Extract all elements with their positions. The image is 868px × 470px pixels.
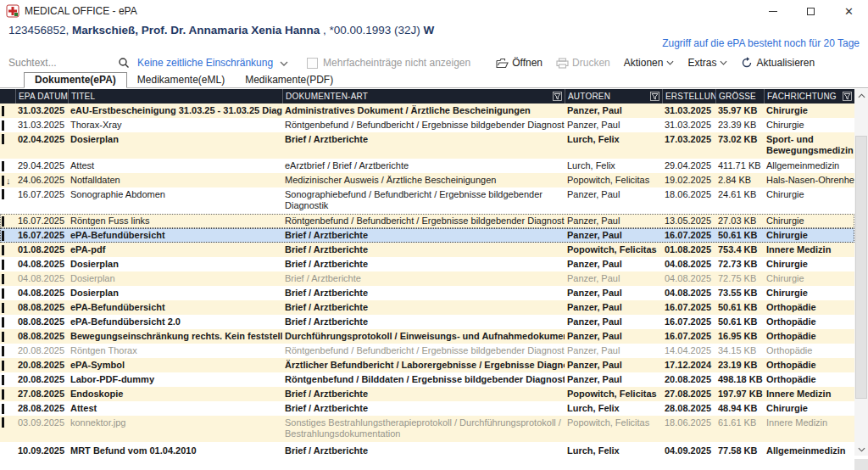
cell-titel: Bewegungseinschränkung rechts. Kein fest… (68, 329, 282, 344)
cell-groesse: 73.55 KB (715, 286, 764, 300)
cell-epa-datum: 29.04.2025 (15, 159, 68, 173)
minimize-button[interactable] (754, 0, 792, 22)
cell-autoren: Panzer, Paul (565, 329, 662, 344)
header-titel[interactable]: TITEL (68, 89, 282, 104)
header-erstellung[interactable]: ERSTELLUNG (662, 89, 715, 104)
cell-groesse: 23.39 KB (715, 118, 764, 132)
table-row[interactable]: 16.07.2025ePA-BefundübersichtBrief / Arz… (0, 228, 854, 243)
cell-fachrichtung: Allgemeinmedizin (764, 159, 854, 173)
patient-id: 123456852, (8, 24, 72, 36)
cell-erstellung: 31.03.2025 (662, 104, 715, 118)
row-status-bar (2, 375, 4, 385)
table-row[interactable]: 29.04.2025AttesteArztbrief / Brief / Arz… (0, 159, 854, 173)
table-row[interactable]: 16.07.2025Sonographie AbdomenSonographie… (0, 187, 854, 214)
tab-dokumente-epa[interactable]: Dokumente(ePA) (24, 72, 127, 88)
table-row[interactable]: 01.08.2025ePA-pdfBrief / ArztberichtePop… (0, 243, 854, 257)
row-status-bar (2, 106, 4, 116)
table-row[interactable]: 20.08.2025ePA-SymbolÄrztlicher Befundber… (0, 358, 854, 372)
app-icon (6, 4, 19, 18)
cell-erstellung: 19.02.2025 (662, 173, 715, 187)
cell-erstellung: 29.04.2025 (662, 159, 715, 173)
row-status-bar (2, 361, 4, 371)
maximize-button[interactable] (792, 0, 830, 22)
cell-titel: Dosierplan (68, 286, 282, 300)
funnel-filter-icon[interactable] (843, 92, 852, 101)
epa-access-link[interactable]: Zugriff auf die ePA besteht noch für 20 … (662, 37, 860, 49)
table-row[interactable]: 08.08.2025ePA-BefundübersichtBrief / Arz… (0, 300, 854, 315)
window-controls: ✕ (754, 0, 868, 22)
table-row[interactable]: 20.08.2025Röntgen ThoraxRöntgenbefund / … (0, 344, 854, 358)
extras-menu-button[interactable]: Extras (687, 57, 727, 69)
tab-medikamente-eml[interactable]: Medikamente(eML) (127, 73, 235, 87)
row-status-bar (2, 404, 4, 414)
row-status-bar (2, 120, 4, 131)
cell-autoren: Popowitch, Felicitas (565, 416, 662, 442)
cell-erstellung: 16.07.2025 (662, 315, 715, 329)
scroll-up-arrow[interactable] (854, 89, 868, 102)
cell-autoren: Panzer, Paul (565, 372, 662, 387)
toolbar: Keine zeitliche Einschränkung Mehrfachei… (0, 53, 868, 73)
duplicates-checkbox-label: Mehrfacheinträge nicht anzeigen (323, 57, 470, 69)
table-row[interactable]: 27.08.2025EndoskopieBrief / Arztberichte… (0, 387, 854, 401)
folder-open-icon (496, 58, 509, 69)
vertical-scrollbar[interactable] (854, 89, 868, 456)
cell-groesse: 753.4 KB (715, 243, 764, 257)
table-row[interactable]: 04.08.2025DosierplanBrief / Arztberichte… (0, 257, 854, 271)
table-row[interactable]: 31.03.2025eAU-Erstbescheinigung 31.03.25… (0, 104, 854, 118)
row-marker (0, 257, 15, 271)
refresh-button[interactable]: Aktualisieren (741, 57, 815, 69)
funnel-filter-icon[interactable] (650, 92, 659, 101)
table-row[interactable]: 08.08.2025ePA-Befundübersicht 2.0Brief /… (0, 315, 854, 329)
cell-epa-datum: 31.03.2025 (15, 118, 68, 132)
tab-medikamente-pdf[interactable]: Medikamente(PDF) (235, 73, 343, 87)
cell-erstellung: 27.08.2025 (662, 387, 715, 401)
header-autoren[interactable]: AUTOREN (565, 89, 662, 104)
row-marker (0, 104, 15, 118)
cell-titel: ePA-Befundübersicht (68, 300, 282, 315)
cell-fachrichtung: Orthopädie (764, 344, 854, 358)
chevron-down-icon[interactable] (280, 57, 288, 69)
cell-autoren: Panzer, Paul (565, 118, 662, 132)
cell-dokumenten-art: Administratives Dokument / Ärztliche Bes… (282, 104, 565, 118)
cell-groesse: 498.18 KB (715, 372, 764, 387)
actions-menu-button[interactable]: Aktionen (624, 57, 675, 69)
patient-name: Markschieß, Prof. Dr. Annamaria Xenia Ha… (72, 24, 320, 36)
row-status-bar (2, 176, 4, 186)
header-fachrichtung[interactable]: FACHRICHTUNG (764, 89, 854, 104)
close-button[interactable]: ✕ (830, 0, 868, 22)
cell-dokumenten-art: Ärztlicher Befundbericht / Laborergebnis… (282, 358, 565, 372)
row-status-bar (2, 288, 4, 299)
scroll-down-arrow[interactable] (854, 443, 868, 456)
duplicates-checkbox[interactable] (307, 58, 318, 69)
table-row[interactable]: 16.07.2025Röntgen Fuss linksRöntgenbefun… (0, 214, 854, 228)
cell-erstellung: 16.07.2025 (662, 329, 715, 344)
chevron-down-icon (666, 60, 674, 65)
table-row[interactable]: 31.03.2025Thorax-XrayRöntgenbefund / Bef… (0, 118, 854, 132)
table-row[interactable]: 02.04.2025DosierplanBrief / Arztberichte… (0, 132, 854, 159)
table-row[interactable]: 03.09.2025konnektor.jpgSonstiges Bestrah… (0, 416, 854, 442)
print-button: Drucken (556, 57, 610, 69)
funnel-filter-icon[interactable] (553, 92, 562, 101)
cell-autoren: Panzer, Paul (565, 187, 662, 214)
open-button[interactable]: Öffnen (496, 57, 542, 69)
table-row[interactable]: 10.09.2025MRT Befund vom 01.04.2010Brief… (0, 442, 854, 459)
header-dokumenten-art[interactable]: DOKUMENTEN-ART (282, 89, 565, 104)
table-row[interactable]: 08.08.2025Bewegungseinschränkung rechts.… (0, 329, 854, 344)
table-row[interactable]: 20.08.2025Labor-PDF-dummyRöntgenbefund /… (0, 372, 854, 387)
cell-titel: ePA-Symbol (68, 358, 282, 372)
cell-autoren: Panzer, Paul (565, 286, 662, 300)
table-row[interactable]: 04.08.2025DosierplanBrief / Arztberichte… (0, 271, 854, 286)
cell-dokumenten-art: Röntgenbefund / Befundbericht / Ergebnis… (282, 344, 565, 358)
table-row[interactable]: 28.08.2025AttestBrief / ArztberichteLurc… (0, 401, 854, 416)
cell-epa-datum: 28.08.2025 (15, 401, 68, 416)
cell-dokumenten-art: Sonstiges Bestrahlungstherapieprotokoll … (282, 416, 565, 442)
scrollbar-thumb[interactable] (855, 136, 867, 399)
header-epa-datum[interactable]: EPA DATUM (15, 89, 68, 104)
search-input[interactable] (8, 57, 117, 69)
header-groesse[interactable]: GRÖSSE (715, 89, 764, 104)
cell-groesse: 72.73 KB (715, 257, 764, 271)
cell-titel: Thorax-Xray (68, 118, 282, 132)
time-filter-dropdown[interactable]: Keine zeitliche Einschränkung (137, 57, 273, 69)
table-row[interactable]: 04.08.2025DosierplanBrief / Arztberichte… (0, 286, 854, 300)
table-row[interactable]: ↓24.06.2025NotfalldatenMedizinischer Aus… (0, 173, 854, 187)
